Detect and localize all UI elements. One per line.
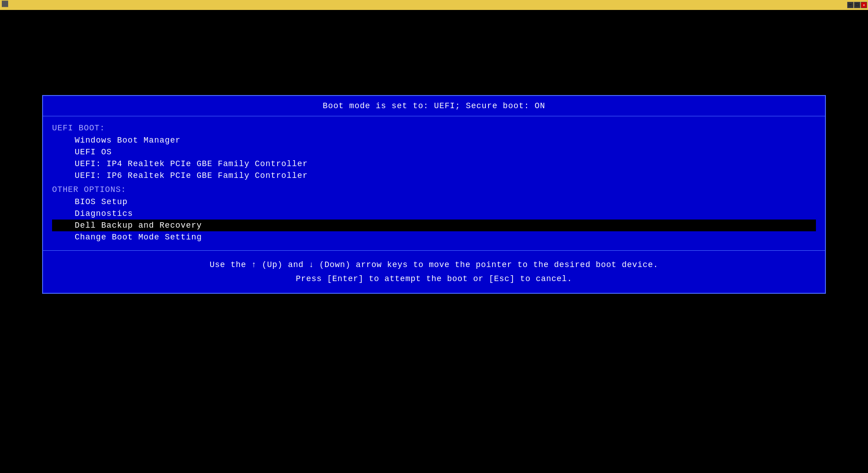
title-bar-app-icon [2,1,8,10]
bios-footer-line1: Use the ↑ (Up) and ↓ (Down) arrow keys t… [52,258,816,272]
maximize-button[interactable]: □ [854,2,860,8]
minimize-button[interactable]: ─ [847,2,854,8]
bios-boot-panel: Boot mode is set to: UEFI; Secure boot: … [42,95,826,294]
boot-item-ip6[interactable]: UEFI: IP6 Realtek PCIe GBE Family Contro… [52,170,816,182]
bios-header: Boot mode is set to: UEFI; Secure boot: … [43,96,825,116]
boot-item-bios-setup[interactable]: BIOS Setup [52,196,816,208]
other-options-label: OTHER OPTIONS: [52,185,816,194]
title-bar: ─ □ ✕ [0,0,868,10]
boot-item-dell-backup[interactable]: Dell Backup and Recovery [52,220,816,231]
bios-footer: Use the ↑ (Up) and ↓ (Down) arrow keys t… [43,251,825,293]
uefi-boot-label: UEFI BOOT: [52,124,816,133]
bios-footer-line2: Press [Enter] to attempt the boot or [Es… [52,272,816,286]
boot-item-windows[interactable]: Windows Boot Manager [52,134,816,146]
boot-item-ip4[interactable]: UEFI: IP4 Realtek PCIe GBE Family Contro… [52,158,816,170]
close-button[interactable]: ✕ [861,2,867,8]
bios-header-text: Boot mode is set to: UEFI; Secure boot: … [323,101,545,110]
boot-item-uefi-os[interactable]: UEFI OS [52,146,816,158]
bios-body: UEFI BOOT: Windows Boot Manager UEFI OS … [43,116,825,251]
boot-item-diagnostics[interactable]: Diagnostics [52,208,816,220]
boot-item-change-boot-mode[interactable]: Change Boot Mode Setting [52,231,816,243]
